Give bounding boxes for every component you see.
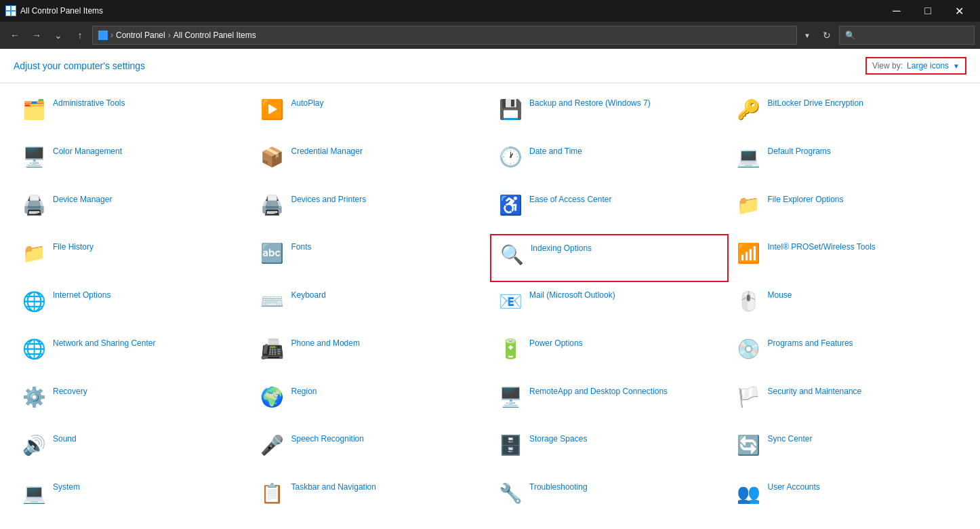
svg-rect-5: [104, 31, 107, 35]
item-icon-administrative-tools: 🗂️: [20, 96, 47, 123]
svg-rect-2: [6, 12, 10, 16]
item-intel-proset[interactable]: 📶Intel® PROSet/Wireless Tools: [729, 234, 967, 282]
item-icon-network-sharing: 🌐: [20, 336, 47, 363]
view-by-value[interactable]: Large icons: [907, 61, 949, 71]
svg-rect-1: [12, 6, 16, 10]
item-label-mouse: Mouse: [768, 288, 792, 301]
item-region[interactable]: 🌍Region: [252, 378, 491, 427]
item-icon-security-maintenance: 🏳️: [735, 384, 762, 411]
up-button[interactable]: ↑: [70, 26, 89, 45]
item-network-sharing[interactable]: 🌐Network and Sharing Center: [14, 330, 252, 378]
view-by-arrow[interactable]: ▼: [953, 62, 960, 70]
item-color-management[interactable]: 🖥️Color Management: [14, 138, 252, 187]
item-icon-internet-options: 🌐: [20, 288, 47, 315]
item-icon-power-options: 🔋: [497, 336, 524, 363]
item-default-programs[interactable]: 💻Default Programs: [729, 138, 967, 187]
item-speech-recognition[interactable]: 🎤Speech Recognition: [252, 426, 491, 474]
item-internet-options[interactable]: 🌐Internet Options: [14, 282, 252, 330]
item-icon-speech-recognition: 🎤: [259, 431, 286, 458]
item-administrative-tools[interactable]: 🗂️Administrative Tools: [14, 90, 252, 138]
item-mouse[interactable]: 🖱️Mouse: [729, 282, 967, 330]
item-icon-color-management: 🖥️: [20, 144, 47, 171]
item-icon-remoteapp: 🖥️: [497, 384, 524, 411]
item-autoplay[interactable]: ▶️AutoPlay: [252, 90, 491, 138]
item-recovery[interactable]: ⚙️Recovery: [14, 378, 252, 427]
items-area: 🗂️Administrative Tools▶️AutoPlay💾Backup …: [0, 83, 980, 529]
item-icon-storage-spaces: 🗄️: [497, 431, 524, 458]
item-icon-fonts: 🔤: [259, 239, 286, 267]
main-content: Adjust your computer's settings View by:…: [0, 49, 980, 529]
recent-locations-button[interactable]: ⌄: [49, 26, 68, 45]
forward-button[interactable]: →: [27, 26, 46, 45]
item-label-taskbar-navigation: Taskbar and Navigation: [291, 479, 376, 493]
item-icon-credential-manager: 📦: [259, 144, 286, 171]
item-label-phone-modem: Phone and Modem: [291, 336, 360, 349]
item-label-network-sharing: Network and Sharing Center: [53, 336, 155, 349]
app-icon: [5, 5, 16, 16]
search-icon: 🔍: [845, 31, 855, 40]
item-icon-region: 🌍: [259, 384, 286, 411]
item-troubleshooting[interactable]: 🔧Troubleshooting: [490, 474, 729, 522]
view-by-control[interactable]: View by: Large icons ▼: [865, 57, 966, 75]
path-all-items[interactable]: All Control Panel Items: [173, 31, 256, 40]
item-icon-mail: 📧: [497, 288, 524, 315]
item-label-fonts: Fonts: [291, 239, 312, 253]
item-storage-spaces[interactable]: 🗄️Storage Spaces: [490, 426, 729, 474]
item-power-options[interactable]: 🔋Power Options: [490, 330, 729, 378]
item-icon-date-time: 🕐: [497, 144, 524, 171]
maximize-button[interactable]: □: [912, 0, 943, 22]
item-icon-devices-printers: 🖨️: [259, 192, 286, 219]
search-box[interactable]: 🔍: [839, 26, 975, 45]
item-phone-modem[interactable]: 📠Phone and Modem: [252, 330, 491, 378]
item-sound[interactable]: 🔊Sound: [14, 426, 252, 474]
item-icon-programs-features: 💿: [735, 336, 762, 363]
item-system[interactable]: 💻System: [14, 474, 252, 522]
item-taskbar-navigation[interactable]: 📋Taskbar and Navigation: [252, 474, 491, 522]
item-label-security-maintenance: Security and Maintenance: [768, 384, 862, 397]
item-icon-mouse: 🖱️: [735, 288, 762, 315]
item-label-troubleshooting: Troubleshooting: [529, 479, 588, 493]
item-icon-phone-modem: 📠: [259, 336, 286, 363]
page-title: Adjust your computer's settings: [14, 60, 145, 71]
item-label-recovery: Recovery: [53, 384, 87, 397]
item-icon-file-explorer-options: 📁: [735, 192, 762, 219]
item-label-bitlocker: BitLocker Drive Encryption: [768, 96, 863, 109]
item-ease-of-access[interactable]: ♿Ease of Access Center: [490, 187, 729, 235]
item-fonts[interactable]: 🔤Fonts: [252, 234, 491, 282]
item-label-power-options: Power Options: [529, 336, 583, 349]
item-file-history[interactable]: 📁File History: [14, 234, 252, 282]
item-label-default-programs: Default Programs: [768, 144, 831, 157]
item-icon-device-manager: 🖨️: [20, 192, 47, 219]
item-file-explorer-options[interactable]: 📁File Explorer Options: [729, 187, 967, 235]
refresh-button[interactable]: ↻: [817, 26, 836, 45]
item-label-device-manager: Device Manager: [53, 192, 112, 205]
item-keyboard[interactable]: ⌨️Keyboard: [252, 282, 491, 330]
path-control-panel[interactable]: Control Panel: [116, 31, 165, 40]
close-button[interactable]: ✕: [943, 0, 975, 22]
address-dropdown-button[interactable]: ▼: [800, 26, 815, 45]
item-backup-restore[interactable]: 💾Backup and Restore (Windows 7): [490, 90, 729, 138]
item-bitlocker[interactable]: 🔑BitLocker Drive Encryption: [729, 90, 967, 138]
item-icon-bitlocker: 🔑: [735, 96, 762, 123]
item-date-time[interactable]: 🕐Date and Time: [490, 138, 729, 187]
path-separator-2: ›: [168, 31, 171, 40]
item-mail[interactable]: 📧Mail (Microsoft Outlook): [490, 282, 729, 330]
item-programs-features[interactable]: 💿Programs and Features: [729, 330, 967, 378]
svg-rect-0: [6, 6, 10, 10]
item-security-maintenance[interactable]: 🏳️Security and Maintenance: [729, 378, 967, 427]
item-icon-default-programs: 💻: [735, 144, 762, 171]
item-label-administrative-tools: Administrative Tools: [53, 96, 125, 109]
item-label-programs-features: Programs and Features: [768, 336, 853, 349]
item-indexing-options[interactable]: 🔍Indexing Options: [490, 234, 729, 282]
item-credential-manager[interactable]: 📦Credential Manager: [252, 138, 491, 187]
item-devices-printers[interactable]: 🖨️Devices and Printers: [252, 187, 491, 235]
item-icon-sound: 🔊: [20, 431, 47, 458]
address-path[interactable]: › Control Panel › All Control Panel Item…: [92, 26, 797, 45]
item-sync-center[interactable]: 🔄Sync Center: [729, 426, 967, 474]
item-device-manager[interactable]: 🖨️Device Manager: [14, 187, 252, 235]
item-user-accounts[interactable]: 👥User Accounts: [729, 474, 967, 522]
window-controls: ─ □ ✕: [881, 0, 975, 22]
minimize-button[interactable]: ─: [881, 0, 912, 22]
back-button[interactable]: ←: [5, 26, 24, 45]
item-remoteapp[interactable]: 🖥️RemoteApp and Desktop Connections: [490, 378, 729, 427]
